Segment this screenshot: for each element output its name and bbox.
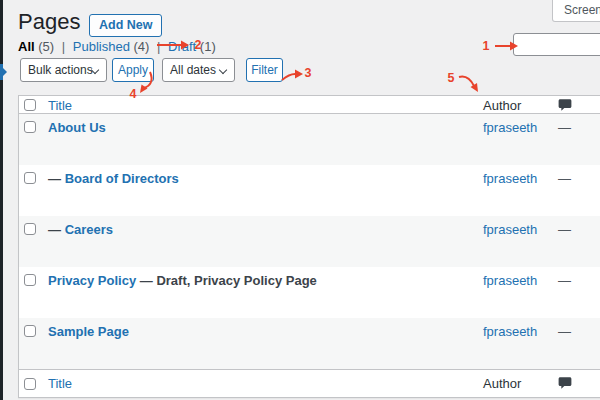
views-separator: | — [157, 39, 160, 54]
select-all-checkbox[interactable] — [24, 99, 36, 111]
table-footer-row: Title Author — [19, 369, 600, 397]
row-checkbox[interactable] — [24, 172, 36, 184]
comments-count: — — [558, 324, 571, 340]
view-draft-count: (1) — [200, 39, 216, 54]
chevron-down-icon — [219, 66, 227, 74]
row-checkbox[interactable] — [24, 121, 36, 133]
annotation-number-3: 3 — [305, 66, 312, 80]
page-title-link[interactable]: Careers — [65, 222, 113, 237]
view-published-count: (4) — [134, 39, 150, 54]
author-link[interactable]: fpraseeth — [483, 120, 537, 136]
all-dates-value: All dates — [170, 63, 216, 77]
page-title-link[interactable]: About Us — [48, 120, 106, 135]
author-link[interactable]: fpraseeth — [483, 222, 537, 238]
table-row: About Us fpraseeth — — [19, 114, 600, 165]
child-page-dash: — — [48, 222, 65, 237]
comment-bubble-icon[interactable] — [558, 376, 572, 390]
pages-list-table: Title Author About Us fpraseeth — — Boar… — [18, 95, 600, 398]
view-all-count: (5) — [38, 39, 54, 54]
post-state-label: — Draft, Privacy Policy Page — [136, 273, 317, 288]
view-draft-link[interactable]: Draft — [168, 39, 196, 54]
child-page-dash: — — [48, 171, 65, 186]
comments-count: — — [558, 273, 571, 289]
row-checkbox[interactable] — [24, 223, 36, 235]
search-input[interactable] — [513, 33, 600, 56]
all-dates-select[interactable]: All dates — [162, 58, 235, 82]
view-published-link[interactable]: Published — [73, 39, 130, 54]
comment-bubble-icon[interactable] — [558, 98, 572, 112]
apply-button[interactable]: Apply — [112, 58, 154, 82]
table-row: Privacy Policy — Draft, Privacy Policy P… — [19, 267, 600, 318]
comments-count: — — [558, 171, 571, 187]
current-menu-arrow-icon — [3, 68, 7, 76]
title-column-footer[interactable]: Title — [48, 376, 72, 392]
comments-count: — — [558, 120, 571, 136]
author-column-footer: Author — [483, 376, 521, 392]
views-separator: | — [62, 39, 65, 54]
admin-menu-strip[interactable] — [0, 0, 3, 400]
bulk-actions-value: Bulk actions — [28, 63, 93, 77]
row-checkbox[interactable] — [24, 274, 36, 286]
annotation-number-5: 5 — [448, 71, 455, 85]
bulk-actions-select[interactable]: Bulk actions — [20, 58, 107, 82]
table-row: — Careers fpraseeth — — [19, 216, 600, 267]
filter-button[interactable]: Filter — [246, 58, 283, 82]
author-link[interactable]: fpraseeth — [483, 171, 537, 187]
page-title-link[interactable]: Privacy Policy — [48, 273, 136, 288]
author-link[interactable]: fpraseeth — [483, 273, 537, 289]
annotation-number-1: 1 — [483, 39, 490, 53]
author-link[interactable]: fpraseeth — [483, 324, 537, 340]
title-column-header[interactable]: Title — [48, 98, 72, 113]
add-new-button[interactable]: Add New — [89, 14, 162, 37]
page-title-link[interactable]: Board of Directors — [65, 171, 179, 186]
select-all-checkbox[interactable] — [24, 378, 36, 390]
page-title: Pages — [18, 9, 80, 35]
views-filter-links: All (5) | Published (4) | Draft (1) — [18, 39, 216, 54]
view-all-link[interactable]: All — [18, 39, 35, 54]
page-title-link[interactable]: Sample Page — [48, 324, 129, 339]
author-column-header: Author — [483, 98, 521, 113]
table-row: Sample Page fpraseeth — — [19, 318, 600, 369]
comments-count: — — [558, 222, 571, 238]
screen-options-tab[interactable]: Screen Options — [552, 0, 600, 22]
table-row: — Board of Directors fpraseeth — — [19, 165, 600, 216]
table-header-row: Title Author — [19, 96, 600, 114]
row-checkbox[interactable] — [24, 325, 36, 337]
